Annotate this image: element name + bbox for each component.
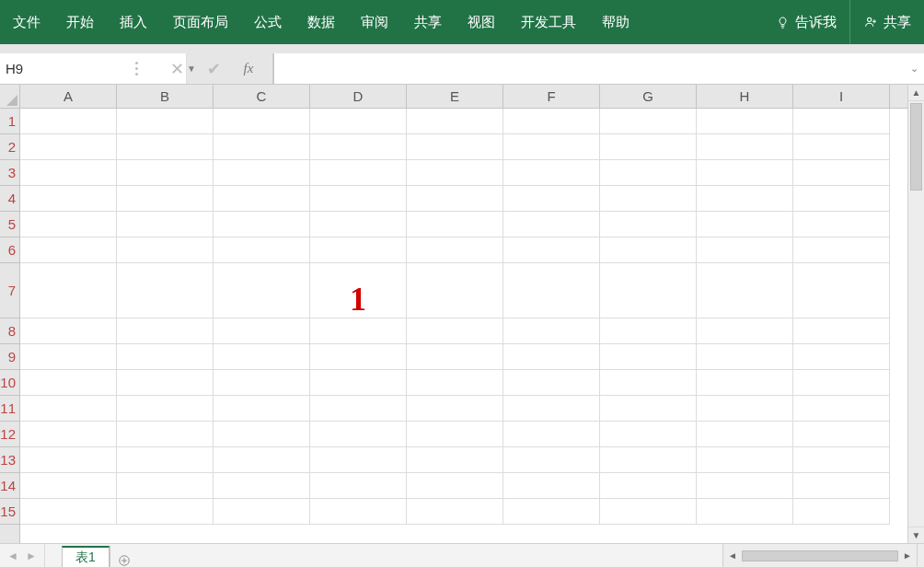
cell-E7[interactable] (407, 263, 503, 318)
formula-expand-button[interactable]: ⌄ (904, 63, 924, 75)
row-header-2[interactable]: 2 (0, 134, 19, 160)
cell-E3[interactable] (407, 160, 503, 186)
cell-F4[interactable] (503, 186, 600, 212)
row-header-6[interactable]: 6 (0, 237, 19, 263)
cell-D7[interactable] (310, 263, 407, 318)
row-header-14[interactable]: 14 (0, 473, 19, 499)
cell-G14[interactable] (600, 473, 697, 499)
cell-I8[interactable] (793, 318, 890, 344)
cell-I14[interactable] (793, 473, 890, 499)
cell-E11[interactable] (407, 396, 503, 422)
cell-E8[interactable] (407, 318, 503, 344)
cell-A4[interactable] (20, 186, 117, 212)
cell-A9[interactable] (20, 344, 117, 370)
cell-C6[interactable] (214, 237, 310, 263)
row-header-1[interactable]: 1 (0, 109, 19, 134)
sheet-nav-prev[interactable]: ◄ (4, 544, 22, 568)
scroll-down-button[interactable]: ▼ (908, 526, 924, 543)
column-header-B[interactable]: B (117, 85, 214, 108)
vertical-scroll-thumb[interactable] (910, 103, 922, 191)
cell-G10[interactable] (600, 370, 697, 396)
cell-G9[interactable] (600, 344, 697, 370)
cell-D15[interactable] (310, 499, 407, 525)
vertical-scrollbar[interactable]: ▲ ▼ (907, 85, 924, 543)
cell-B15[interactable] (117, 499, 214, 525)
cell-C15[interactable] (214, 499, 310, 525)
cell-I6[interactable] (793, 237, 890, 263)
cell-G11[interactable] (600, 396, 697, 422)
cell-H2[interactable] (697, 134, 793, 160)
cell-A11[interactable] (20, 396, 117, 422)
cell-A3[interactable] (20, 160, 117, 186)
cell-I5[interactable] (793, 212, 890, 237)
row-header-8[interactable]: 8 (0, 318, 19, 344)
cell-F6[interactable] (503, 237, 600, 263)
cell-F5[interactable] (503, 212, 600, 237)
ribbon-tab-1[interactable]: 开始 (53, 0, 107, 44)
cell-E13[interactable] (407, 447, 503, 473)
cell-D9[interactable] (310, 344, 407, 370)
cancel-formula-button[interactable]: ✕ (158, 59, 195, 79)
cell-G1[interactable] (600, 109, 697, 134)
cell-F2[interactable] (503, 134, 600, 160)
cell-B11[interactable] (117, 396, 214, 422)
cell-B9[interactable] (117, 344, 214, 370)
row-header-13[interactable]: 13 (0, 447, 19, 473)
cells-area[interactable] (20, 109, 907, 543)
cell-H5[interactable] (697, 212, 793, 237)
cell-D10[interactable] (310, 370, 407, 396)
scroll-left-button[interactable]: ◄ (723, 544, 742, 568)
cell-C13[interactable] (214, 447, 310, 473)
cell-A14[interactable] (20, 473, 117, 499)
enter-formula-button[interactable]: ✔ (195, 59, 232, 79)
cell-G2[interactable] (600, 134, 697, 160)
cell-F9[interactable] (503, 344, 600, 370)
cell-B6[interactable] (117, 237, 214, 263)
cell-A1[interactable] (20, 109, 117, 134)
cell-H14[interactable] (697, 473, 793, 499)
ribbon-tab-6[interactable]: 审阅 (348, 0, 401, 44)
cell-F10[interactable] (503, 370, 600, 396)
cell-C1[interactable] (214, 109, 310, 134)
cell-I3[interactable] (793, 160, 890, 186)
cell-H10[interactable] (697, 370, 793, 396)
cell-I11[interactable] (793, 396, 890, 422)
cell-C3[interactable] (214, 160, 310, 186)
add-sheet-button[interactable] (110, 554, 138, 567)
cell-I2[interactable] (793, 134, 890, 160)
cell-F12[interactable] (503, 422, 600, 447)
formula-input[interactable] (274, 53, 904, 84)
cell-F1[interactable] (503, 109, 600, 134)
cell-E4[interactable] (407, 186, 503, 212)
cell-F14[interactable] (503, 473, 600, 499)
column-header-A[interactable]: A (20, 85, 117, 108)
scroll-right-button[interactable]: ► (898, 544, 917, 568)
cell-C8[interactable] (214, 318, 310, 344)
cell-E5[interactable] (407, 212, 503, 237)
scroll-up-button[interactable]: ▲ (908, 85, 924, 101)
cell-D12[interactable] (310, 422, 407, 447)
cell-E12[interactable] (407, 422, 503, 447)
cell-G3[interactable] (600, 160, 697, 186)
horizontal-scroll-track[interactable] (742, 550, 898, 561)
cell-E6[interactable] (407, 237, 503, 263)
cell-I1[interactable] (793, 109, 890, 134)
cell-B2[interactable] (117, 134, 214, 160)
cell-H6[interactable] (697, 237, 793, 263)
cell-F7[interactable] (503, 263, 600, 318)
column-header-E[interactable]: E (407, 85, 503, 108)
cell-C7[interactable] (214, 263, 310, 318)
cell-H3[interactable] (697, 160, 793, 186)
select-all-corner[interactable] (0, 85, 20, 109)
cell-H9[interactable] (697, 344, 793, 370)
cell-H12[interactable] (697, 422, 793, 447)
cell-B1[interactable] (117, 109, 214, 134)
cell-C4[interactable] (214, 186, 310, 212)
cell-E1[interactable] (407, 109, 503, 134)
cell-H15[interactable] (697, 499, 793, 525)
cell-G8[interactable] (600, 318, 697, 344)
cell-I15[interactable] (793, 499, 890, 525)
cell-G12[interactable] (600, 422, 697, 447)
cell-D2[interactable] (310, 134, 407, 160)
cell-E10[interactable] (407, 370, 503, 396)
